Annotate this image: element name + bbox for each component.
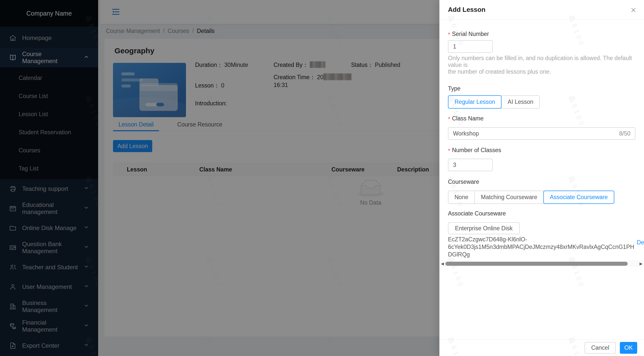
horizontal-scrollbar[interactable]: ◀ ▶: [439, 260, 644, 267]
courseware-option-none[interactable]: None: [448, 191, 475, 204]
serial-number-help: Only numbers can be filled in, and no du…: [448, 55, 635, 75]
required-marker: *: [448, 32, 450, 38]
scroll-left-arrow-icon[interactable]: ◀: [439, 260, 445, 267]
type-option-ai-lesson[interactable]: AI Lesson: [501, 95, 540, 109]
drawer-footer: Cancel OK: [439, 339, 644, 356]
drawer-header: Add Lesson: [439, 0, 644, 20]
courseware-option-matching[interactable]: Matching Courseware: [474, 191, 544, 204]
class-name-input[interactable]: Workshop 8/50: [448, 127, 635, 140]
serial-number-input[interactable]: 1: [448, 40, 493, 53]
number-of-classes-input[interactable]: 3: [448, 159, 493, 171]
type-segmented-control: Regular Lesson AI Lesson: [448, 95, 540, 109]
associated-file-row: EcZT2aCzgwc7D648g-Kl6nlO-6cYek0D3js1M5n3…: [448, 236, 635, 258]
scrollbar-track[interactable]: [445, 260, 638, 267]
character-counter: 8/50: [619, 130, 630, 137]
associated-file-name: EcZT2aCzgwc7D648g-Kl6nlO-6cYek0D3js1M5n3…: [448, 236, 637, 258]
courseware-segmented-control: None Matching Courseware Associate Cours…: [448, 191, 614, 204]
required-marker: *: [448, 116, 450, 122]
associate-courseware-label: Associate Courseware: [448, 210, 635, 217]
scrollbar-thumb[interactable]: [445, 262, 628, 266]
drawer-title: Add Lesson: [448, 6, 485, 14]
serial-number-label: * Serial Number: [448, 30, 635, 38]
add-lesson-drawer: Add Lesson * Serial Number 1 Only number…: [439, 0, 644, 356]
cancel-button[interactable]: Cancel: [585, 342, 616, 354]
courseware-label: Courseware: [448, 178, 635, 186]
scroll-right-arrow-icon[interactable]: ▶: [638, 260, 644, 267]
drawer-body: * Serial Number 1 Only numbers can be fi…: [448, 20, 635, 258]
type-option-regular-lesson[interactable]: Regular Lesson: [448, 95, 502, 109]
close-icon[interactable]: [629, 6, 638, 15]
number-of-classes-label: * Number of Classes: [448, 146, 635, 154]
enterprise-online-disk-button[interactable]: Enterprise Online Disk: [448, 222, 520, 234]
type-label: Type: [448, 85, 635, 92]
courseware-option-associate[interactable]: Associate Courseware: [543, 191, 614, 204]
class-name-label: * Class Name: [448, 115, 635, 122]
ok-button[interactable]: OK: [620, 342, 637, 354]
delete-file-link[interactable]: Delete: [637, 239, 644, 246]
required-marker: *: [448, 148, 450, 154]
